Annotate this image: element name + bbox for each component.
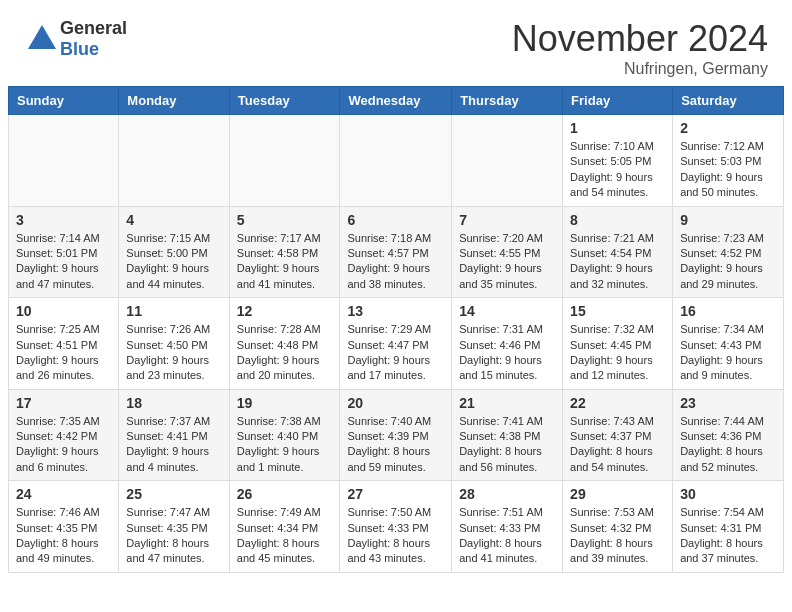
day-number: 21 [459,395,555,411]
day-cell: 22Sunrise: 7:43 AM Sunset: 4:37 PM Dayli… [563,389,673,481]
day-info: Sunrise: 7:18 AM Sunset: 4:57 PM Dayligh… [347,231,444,293]
day-cell: 25Sunrise: 7:47 AM Sunset: 4:35 PM Dayli… [119,481,229,573]
day-number: 1 [570,120,665,136]
day-cell: 30Sunrise: 7:54 AM Sunset: 4:31 PM Dayli… [673,481,784,573]
day-cell: 6Sunrise: 7:18 AM Sunset: 4:57 PM Daylig… [340,206,452,298]
day-cell: 16Sunrise: 7:34 AM Sunset: 4:43 PM Dayli… [673,298,784,390]
day-cell: 9Sunrise: 7:23 AM Sunset: 4:52 PM Daylig… [673,206,784,298]
day-number: 30 [680,486,776,502]
day-info: Sunrise: 7:47 AM Sunset: 4:35 PM Dayligh… [126,505,221,567]
day-number: 22 [570,395,665,411]
week-row-1: 1Sunrise: 7:10 AM Sunset: 5:05 PM Daylig… [9,115,784,207]
day-info: Sunrise: 7:46 AM Sunset: 4:35 PM Dayligh… [16,505,111,567]
calendar-table: SundayMondayTuesdayWednesdayThursdayFrid… [8,86,784,573]
day-cell: 28Sunrise: 7:51 AM Sunset: 4:33 PM Dayli… [452,481,563,573]
day-info: Sunrise: 7:20 AM Sunset: 4:55 PM Dayligh… [459,231,555,293]
day-info: Sunrise: 7:12 AM Sunset: 5:03 PM Dayligh… [680,139,776,201]
week-row-3: 10Sunrise: 7:25 AM Sunset: 4:51 PM Dayli… [9,298,784,390]
day-cell: 5Sunrise: 7:17 AM Sunset: 4:58 PM Daylig… [229,206,340,298]
day-cell: 15Sunrise: 7:32 AM Sunset: 4:45 PM Dayli… [563,298,673,390]
day-number: 13 [347,303,444,319]
week-row-5: 24Sunrise: 7:46 AM Sunset: 4:35 PM Dayli… [9,481,784,573]
day-header-thursday: Thursday [452,87,563,115]
day-cell: 27Sunrise: 7:50 AM Sunset: 4:33 PM Dayli… [340,481,452,573]
logo: General Blue [24,18,127,60]
svg-marker-0 [28,25,56,49]
day-info: Sunrise: 7:54 AM Sunset: 4:31 PM Dayligh… [680,505,776,567]
calendar-body: 1Sunrise: 7:10 AM Sunset: 5:05 PM Daylig… [9,115,784,573]
day-number: 25 [126,486,221,502]
day-info: Sunrise: 7:40 AM Sunset: 4:39 PM Dayligh… [347,414,444,476]
day-number: 6 [347,212,444,228]
logo-icon [24,21,60,57]
day-info: Sunrise: 7:14 AM Sunset: 5:01 PM Dayligh… [16,231,111,293]
day-header-monday: Monday [119,87,229,115]
day-cell: 4Sunrise: 7:15 AM Sunset: 5:00 PM Daylig… [119,206,229,298]
day-info: Sunrise: 7:15 AM Sunset: 5:00 PM Dayligh… [126,231,221,293]
day-cell: 29Sunrise: 7:53 AM Sunset: 4:32 PM Dayli… [563,481,673,573]
day-cell: 7Sunrise: 7:20 AM Sunset: 4:55 PM Daylig… [452,206,563,298]
day-number: 28 [459,486,555,502]
day-cell: 17Sunrise: 7:35 AM Sunset: 4:42 PM Dayli… [9,389,119,481]
page-header: General Blue November 2024 Nufringen, Ge… [0,0,792,86]
day-cell [119,115,229,207]
day-cell: 20Sunrise: 7:40 AM Sunset: 4:39 PM Dayli… [340,389,452,481]
day-info: Sunrise: 7:53 AM Sunset: 4:32 PM Dayligh… [570,505,665,567]
day-number: 17 [16,395,111,411]
calendar-header-row: SundayMondayTuesdayWednesdayThursdayFrid… [9,87,784,115]
title-section: November 2024 Nufringen, Germany [512,18,768,78]
day-cell: 13Sunrise: 7:29 AM Sunset: 4:47 PM Dayli… [340,298,452,390]
day-number: 11 [126,303,221,319]
day-number: 20 [347,395,444,411]
day-number: 26 [237,486,333,502]
day-info: Sunrise: 7:25 AM Sunset: 4:51 PM Dayligh… [16,322,111,384]
day-header-friday: Friday [563,87,673,115]
logo-text: General Blue [60,18,127,60]
day-info: Sunrise: 7:26 AM Sunset: 4:50 PM Dayligh… [126,322,221,384]
day-cell: 19Sunrise: 7:38 AM Sunset: 4:40 PM Dayli… [229,389,340,481]
day-cell: 12Sunrise: 7:28 AM Sunset: 4:48 PM Dayli… [229,298,340,390]
day-info: Sunrise: 7:35 AM Sunset: 4:42 PM Dayligh… [16,414,111,476]
day-header-wednesday: Wednesday [340,87,452,115]
day-number: 24 [16,486,111,502]
logo-blue: Blue [60,39,127,60]
day-cell: 26Sunrise: 7:49 AM Sunset: 4:34 PM Dayli… [229,481,340,573]
day-number: 18 [126,395,221,411]
day-cell [452,115,563,207]
day-info: Sunrise: 7:28 AM Sunset: 4:48 PM Dayligh… [237,322,333,384]
day-cell [9,115,119,207]
day-number: 5 [237,212,333,228]
day-number: 10 [16,303,111,319]
day-cell: 3Sunrise: 7:14 AM Sunset: 5:01 PM Daylig… [9,206,119,298]
day-number: 23 [680,395,776,411]
day-info: Sunrise: 7:51 AM Sunset: 4:33 PM Dayligh… [459,505,555,567]
day-number: 2 [680,120,776,136]
day-info: Sunrise: 7:50 AM Sunset: 4:33 PM Dayligh… [347,505,444,567]
month-title: November 2024 [512,18,768,60]
day-cell [340,115,452,207]
day-number: 3 [16,212,111,228]
day-cell: 8Sunrise: 7:21 AM Sunset: 4:54 PM Daylig… [563,206,673,298]
day-info: Sunrise: 7:29 AM Sunset: 4:47 PM Dayligh… [347,322,444,384]
location: Nufringen, Germany [512,60,768,78]
day-cell: 10Sunrise: 7:25 AM Sunset: 4:51 PM Dayli… [9,298,119,390]
day-number: 15 [570,303,665,319]
day-info: Sunrise: 7:38 AM Sunset: 4:40 PM Dayligh… [237,414,333,476]
day-info: Sunrise: 7:43 AM Sunset: 4:37 PM Dayligh… [570,414,665,476]
day-info: Sunrise: 7:21 AM Sunset: 4:54 PM Dayligh… [570,231,665,293]
day-cell: 24Sunrise: 7:46 AM Sunset: 4:35 PM Dayli… [9,481,119,573]
day-info: Sunrise: 7:32 AM Sunset: 4:45 PM Dayligh… [570,322,665,384]
day-cell: 11Sunrise: 7:26 AM Sunset: 4:50 PM Dayli… [119,298,229,390]
day-info: Sunrise: 7:37 AM Sunset: 4:41 PM Dayligh… [126,414,221,476]
day-info: Sunrise: 7:23 AM Sunset: 4:52 PM Dayligh… [680,231,776,293]
day-number: 16 [680,303,776,319]
day-info: Sunrise: 7:41 AM Sunset: 4:38 PM Dayligh… [459,414,555,476]
day-number: 9 [680,212,776,228]
week-row-2: 3Sunrise: 7:14 AM Sunset: 5:01 PM Daylig… [9,206,784,298]
day-number: 29 [570,486,665,502]
day-cell: 1Sunrise: 7:10 AM Sunset: 5:05 PM Daylig… [563,115,673,207]
day-number: 14 [459,303,555,319]
day-header-sunday: Sunday [9,87,119,115]
day-cell: 21Sunrise: 7:41 AM Sunset: 4:38 PM Dayli… [452,389,563,481]
day-cell: 2Sunrise: 7:12 AM Sunset: 5:03 PM Daylig… [673,115,784,207]
